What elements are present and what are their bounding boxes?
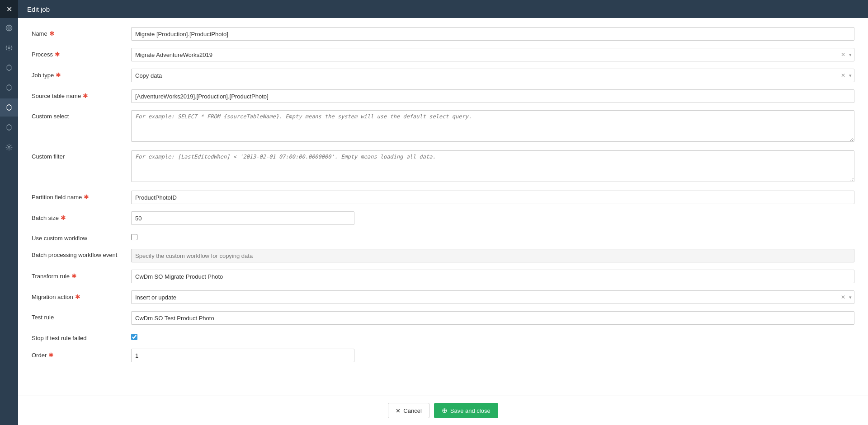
batch-size-control xyxy=(131,211,854,225)
svg-point-2 xyxy=(8,47,10,49)
job-type-select-wrap: Copy data ✕ ▾ xyxy=(131,69,854,82)
transform-rule-required: ✱ xyxy=(71,272,77,280)
sidebar-icon-7[interactable] xyxy=(0,138,18,156)
batch-size-row: Batch size ✱ xyxy=(32,211,854,225)
custom-filter-row: Custom filter xyxy=(32,150,854,183)
custom-filter-textarea[interactable] xyxy=(131,150,854,182)
custom-select-control xyxy=(131,110,854,143)
migration-action-select[interactable]: Insert or update xyxy=(131,290,854,304)
batch-processing-row: Batch processing workflow event xyxy=(32,249,854,262)
custom-select-row: Custom select xyxy=(32,110,854,143)
form-area: Name ✱ Process ✱ Migrate AdventureWorks2… xyxy=(18,18,868,396)
transform-rule-control xyxy=(131,270,854,283)
partition-field-input[interactable] xyxy=(131,191,854,204)
cancel-label: Cancel xyxy=(403,407,421,414)
job-type-required: ✱ xyxy=(56,71,61,79)
name-row: Name ✱ xyxy=(32,27,854,41)
custom-filter-control xyxy=(131,150,854,183)
partition-field-label: Partition field name ✱ xyxy=(32,191,131,201)
stop-if-failed-checkbox[interactable] xyxy=(131,334,137,340)
transform-rule-label: Transform rule ✱ xyxy=(32,270,131,280)
batch-processing-label: Batch processing workflow event xyxy=(32,249,131,258)
name-required: ✱ xyxy=(49,30,55,37)
batch-size-required: ✱ xyxy=(61,214,66,221)
page-header: Edit job xyxy=(18,0,868,18)
use-custom-workflow-checkbox[interactable] xyxy=(131,234,137,240)
source-table-control xyxy=(131,89,854,103)
save-icon: ⊕ xyxy=(442,406,448,415)
svg-marker-5 xyxy=(7,104,11,110)
custom-select-label: Custom select xyxy=(32,110,131,120)
source-table-label: Source table name ✱ xyxy=(32,89,131,99)
source-table-input[interactable] xyxy=(131,89,854,103)
process-label: Process ✱ xyxy=(32,48,131,58)
use-custom-workflow-control xyxy=(131,232,854,240)
sidebar-icon-1[interactable] xyxy=(0,19,18,37)
sidebar-icon-5-active[interactable] xyxy=(0,98,18,117)
job-type-control: Copy data ✕ ▾ xyxy=(131,69,854,82)
stop-if-failed-row: Stop if test rule failed xyxy=(32,332,854,341)
name-input[interactable] xyxy=(131,27,854,41)
name-control xyxy=(131,27,854,41)
migration-action-control: Insert or update ✕ ▾ xyxy=(131,290,854,304)
sidebar-icon-3[interactable] xyxy=(0,59,18,77)
page-title: Edit job xyxy=(27,5,50,13)
batch-processing-input[interactable] xyxy=(131,249,854,262)
job-type-row: Job type ✱ Copy data ✕ ▾ xyxy=(32,69,854,82)
use-custom-workflow-label: Use custom workflow xyxy=(32,232,131,242)
order-control xyxy=(131,349,854,362)
save-button[interactable]: ⊕ Save and close xyxy=(434,403,498,418)
migration-action-row: Migration action ✱ Insert or update ✕ ▾ xyxy=(32,290,854,304)
use-custom-workflow-row: Use custom workflow xyxy=(32,232,854,242)
batch-processing-control xyxy=(131,249,854,262)
process-select-wrap: Migrate AdventureWorks2019 ✕ ▾ xyxy=(131,48,854,61)
close-icon: ✕ xyxy=(6,5,12,14)
transform-rule-row: Transform rule ✱ xyxy=(32,270,854,283)
form-footer: ✕ Cancel ⊕ Save and close xyxy=(18,396,868,425)
svg-marker-4 xyxy=(7,84,11,90)
sidebar-icon-6[interactable] xyxy=(0,118,18,136)
job-type-select[interactable]: Copy data xyxy=(131,69,854,82)
migration-action-clear-icon[interactable]: ✕ xyxy=(841,294,845,300)
test-rule-label: Test rule xyxy=(32,311,131,321)
close-button[interactable]: ✕ xyxy=(0,0,18,18)
job-type-label: Job type ✱ xyxy=(32,69,131,79)
source-table-row: Source table name ✱ xyxy=(32,89,854,103)
order-input[interactable] xyxy=(131,349,354,362)
migration-action-required: ✱ xyxy=(75,293,80,300)
save-label: Save and close xyxy=(450,407,491,414)
svg-marker-6 xyxy=(7,124,11,130)
stop-if-failed-label: Stop if test rule failed xyxy=(32,332,131,341)
migration-action-label: Migration action ✱ xyxy=(32,290,131,300)
svg-point-7 xyxy=(8,146,10,148)
main-panel: Edit job Name ✱ Process ✱ Migrate Advent… xyxy=(18,0,868,425)
svg-marker-3 xyxy=(7,65,11,70)
process-row: Process ✱ Migrate AdventureWorks2019 ✕ ▾ xyxy=(32,48,854,61)
stop-if-failed-control xyxy=(131,332,854,340)
order-required: ✱ xyxy=(48,351,54,359)
sidebar: ✕ xyxy=(0,0,18,425)
name-label: Name ✱ xyxy=(32,27,131,37)
process-select[interactable]: Migrate AdventureWorks2019 xyxy=(131,48,854,61)
test-rule-row: Test rule xyxy=(32,311,854,325)
custom-select-textarea[interactable] xyxy=(131,110,854,142)
migration-action-select-wrap: Insert or update ✕ ▾ xyxy=(131,290,854,304)
process-required: ✱ xyxy=(55,51,60,58)
cancel-button[interactable]: ✕ Cancel xyxy=(388,403,429,418)
batch-size-input[interactable] xyxy=(131,211,354,225)
sidebar-icon-4[interactable] xyxy=(0,79,18,97)
order-row: Order ✱ xyxy=(32,349,854,362)
order-label: Order ✱ xyxy=(32,349,131,359)
cancel-icon: ✕ xyxy=(396,407,401,414)
transform-rule-input[interactable] xyxy=(131,270,854,283)
test-rule-control xyxy=(131,311,854,325)
source-table-required: ✱ xyxy=(83,92,88,99)
process-clear-icon[interactable]: ✕ xyxy=(841,51,845,58)
sidebar-icon-2[interactable] xyxy=(0,39,18,57)
test-rule-input[interactable] xyxy=(131,311,854,325)
batch-size-label: Batch size ✱ xyxy=(32,211,131,221)
custom-filter-label: Custom filter xyxy=(32,150,131,160)
partition-field-required: ✱ xyxy=(84,193,89,201)
job-type-clear-icon[interactable]: ✕ xyxy=(841,72,845,79)
partition-field-control xyxy=(131,191,854,204)
